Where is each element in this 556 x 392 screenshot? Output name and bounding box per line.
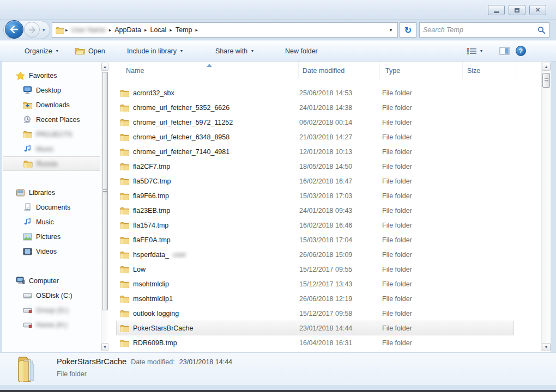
breadcrumb-user[interactable]: User Name: [69, 26, 108, 34]
column-header-size[interactable]: Size: [462, 62, 516, 79]
file-row[interactable]: acrord32_sbx 25/06/2018 14:53 File folde…: [116, 85, 514, 100]
thumb-grip: [545, 80, 548, 81]
new-folder-button[interactable]: New folder: [285, 41, 318, 61]
file-row[interactable]: Low 15/12/2017 09:55 File folder: [116, 262, 514, 277]
file-row[interactable]: chrome_url_fetcher_5972_11252 06/02/2018…: [116, 115, 514, 130]
breadcrumb-local[interactable]: Local: [148, 26, 168, 34]
file-date-modified: 18/05/2018 14:50: [299, 163, 382, 170]
refresh-icon: ↻: [404, 25, 412, 35]
pictures-icon: [23, 233, 32, 241]
folder-icon: [120, 163, 129, 170]
file-row[interactable]: fla2CF7.tmp 18/05/2018 14:50 File folder: [116, 159, 514, 174]
file-row[interactable]: chrome_url_fetcher_6348_8958 21/03/2018 …: [116, 130, 514, 144]
share-with-button[interactable]: Share with ▾: [215, 41, 253, 61]
netdrive-icon: [23, 322, 32, 328]
sidebar-item-documents[interactable]: Documents: [2, 200, 101, 215]
sidebar-section-favorites[interactable]: Favorites: [2, 68, 101, 83]
column-header-type[interactable]: Type: [379, 62, 462, 79]
file-row[interactable]: flaFE0A.tmp 15/03/2018 17:04 File folder: [116, 232, 514, 247]
file-row[interactable]: RDR609B.tmp 16/04/2018 16:31 File folder: [116, 335, 514, 350]
sidebar-section-network[interactable]: Network: [2, 348, 101, 352]
refresh-button[interactable]: ↻: [400, 22, 416, 38]
file-row[interactable]: fla5D7C.tmp 16/02/2018 16:47 File folder: [116, 174, 514, 188]
file-row[interactable]: fla1574.tmp 16/02/2018 16:46 File folder: [116, 218, 514, 232]
minimize-button[interactable]: [488, 5, 505, 15]
open-button[interactable]: Open: [75, 41, 105, 61]
sidebar-item-russia[interactable]: Russia: [3, 156, 100, 171]
file-row[interactable]: chrome_url_fetcher_5352_6626 24/01/2018 …: [116, 100, 514, 115]
file-row[interactable]: PokerStarsBrCache 23/01/2018 14:44 File …: [116, 321, 514, 335]
address-history-dropdown[interactable]: ▾: [385, 27, 396, 33]
list-scrollbar[interactable]: ▲ ▼: [541, 63, 551, 351]
file-date-modified: 15/12/2017 09:58: [299, 310, 382, 317]
sidebar-scrollbar[interactable]: ▲ ▼: [101, 63, 108, 351]
sidebar-item-label: Computer: [29, 277, 59, 285]
change-view-button[interactable]: ▾: [467, 41, 482, 61]
content-area: Favorites Desktop Downloads Recent Place…: [2, 62, 551, 352]
sidebar-item-pictures[interactable]: Pictures: [2, 229, 101, 244]
title-bar[interactable]: ✕: [0, 0, 556, 20]
libraries-icon: [16, 188, 25, 197]
file-row[interactable]: msohtmlclip 15/12/2017 13:43 File folder: [116, 277, 514, 291]
file-type: File folder: [382, 266, 464, 273]
folder-icon: [23, 160, 33, 168]
search-input[interactable]: [423, 26, 537, 34]
folder-icon: [120, 236, 129, 244]
sidebar-item-music[interactable]: Music: [2, 215, 101, 229]
folder-icon: [120, 280, 129, 288]
column-header-date-modified[interactable]: Date modified: [298, 62, 379, 79]
scrollbar-thumb[interactable]: [542, 73, 550, 88]
scroll-up-button[interactable]: ▲: [542, 63, 551, 71]
file-type: File folder: [382, 119, 464, 126]
file-type: File folder: [382, 207, 464, 215]
include-in-library-button[interactable]: Include in library ▾: [127, 41, 183, 61]
scroll-up-button[interactable]: ▲: [101, 63, 108, 71]
preview-pane-button[interactable]: [499, 41, 510, 61]
organize-button[interactable]: Organize ▾: [25, 41, 58, 61]
sidebar-section-libraries[interactable]: Libraries: [2, 185, 101, 200]
file-name: RDR609B.tmp: [133, 339, 177, 347]
close-button[interactable]: ✕: [529, 5, 546, 15]
recent-pages-dropdown[interactable]: ▾: [43, 27, 45, 33]
sidebar-item-label: Recent Places: [36, 116, 80, 124]
file-row[interactable]: fla9F66.tmp 15/03/2018 17:03 File folder: [116, 188, 514, 203]
file-row[interactable]: hsperfdata_user 26/06/2018 15:09 File fo…: [116, 247, 514, 262]
help-button[interactable]: ?: [516, 41, 526, 61]
sidebar-item-downloads[interactable]: Downloads: [2, 97, 101, 112]
search-box[interactable]: [419, 22, 549, 38]
sidebar-item-label: Russia: [37, 160, 57, 168]
scrollbar-thumb[interactable]: [102, 72, 108, 310]
file-type: File folder: [382, 251, 464, 259]
file-type: File folder: [382, 89, 464, 97]
sidebar-item-home-h-[interactable]: Home (H:): [2, 317, 101, 332]
videos-icon: [23, 248, 32, 255]
sidebar-item-osdisk-c-[interactable]: OSDisk (C:): [2, 288, 101, 303]
file-row[interactable]: fla23EB.tmp 24/01/2018 09:43 File folder: [116, 203, 514, 218]
scroll-down-button[interactable]: ▼: [542, 343, 551, 351]
file-row[interactable]: msohtmlclip1 26/06/2018 12:19 File folde…: [116, 291, 514, 306]
file-row[interactable]: chrome_url_fetcher_7140_4981 12/01/2018 …: [116, 144, 514, 159]
sidebar-item-projects[interactable]: PROJECTS: [2, 127, 101, 142]
help-icon: ?: [516, 46, 526, 56]
maximize-button[interactable]: [509, 5, 525, 15]
sidebar-item-recent-places[interactable]: Recent Places: [2, 112, 101, 127]
search-icon[interactable]: [537, 26, 546, 34]
file-row[interactable]: outlook logging 15/12/2017 09:58 File fo…: [116, 306, 514, 321]
chevron-down-icon: ▾: [251, 48, 253, 53]
folder-icon: [23, 131, 32, 138]
sidebar-item-videos[interactable]: Videos: [2, 244, 101, 259]
folder-icon: [120, 89, 129, 97]
sidebar-item-desktop[interactable]: Desktop: [2, 83, 101, 97]
sidebar-item-group-g-[interactable]: Group (G:): [2, 303, 101, 317]
sidebar-section-computer[interactable]: Computer: [2, 273, 101, 288]
address-bar[interactable]: ▸ User Name ▸ AppData ▸ Local ▸ Temp ▸ ▾: [52, 22, 398, 38]
forward-button[interactable]: [24, 22, 40, 38]
back-button[interactable]: [5, 20, 23, 39]
explorer-window: ✕ ▾ ▸ User Name ▸ AppData ▸ Local ▸ Temp…: [0, 0, 556, 392]
breadcrumb-temp[interactable]: Temp: [173, 26, 195, 34]
scroll-down-button[interactable]: ▼: [101, 343, 108, 351]
sidebar-item-music[interactable]: Music: [2, 142, 101, 156]
chevron-down-icon: ▾: [180, 48, 183, 53]
sidebar-item-label: Group (G:): [36, 307, 69, 314]
breadcrumb-appdata[interactable]: AppData: [112, 26, 143, 34]
